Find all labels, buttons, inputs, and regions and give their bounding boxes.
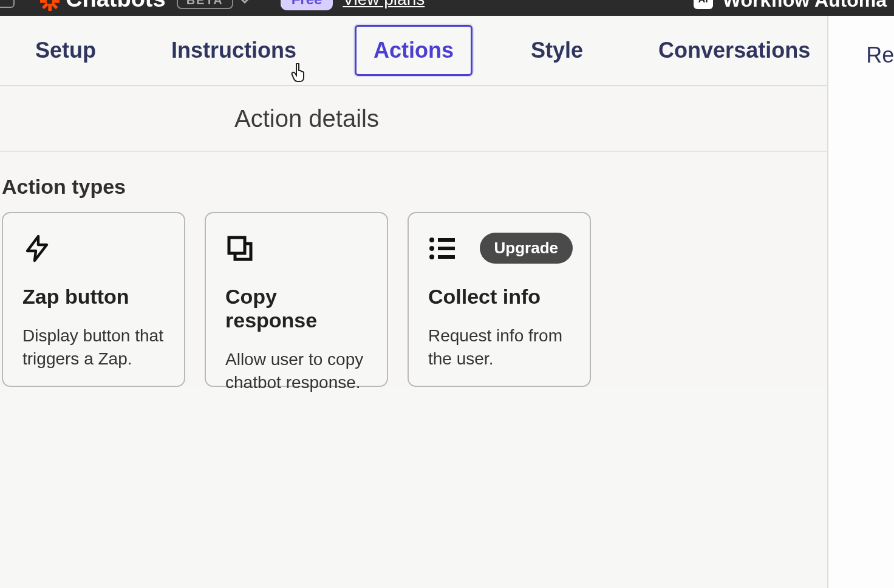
topbar: Chatbots BETA Free View plans AI Workflo… [0,0,894,16]
restart-label: Restart [866,43,894,68]
svg-rect-3 [438,238,455,242]
plan-pill: Free [281,0,333,10]
svg-point-4 [429,246,434,251]
view-plans-link[interactable]: View plans [343,0,425,9]
svg-rect-5 [438,247,455,250]
card-zap-button[interactable]: Zap button Display button that triggers … [2,212,185,387]
svg-point-2 [429,238,434,242]
left-panel: Setup Instructions Actions Style Convers… [0,16,828,588]
preview-panel: Restart Workflow Au How can I h Ask me a [828,16,894,588]
section-header: Action details [0,86,827,152]
svg-point-6 [429,255,434,259]
action-types-label: Action types [2,175,827,199]
action-types-area: Action types Zap button Display button t… [0,152,827,387]
cards-row: Zap button Display button that triggers … [0,212,827,387]
card-desc: Allow user to copy chatbot response. [225,348,367,394]
bolt-icon [22,234,52,263]
section-title: Action details [234,105,379,132]
chevron-down-icon[interactable] [239,0,250,4]
main-area: Setup Instructions Actions Style Convers… [0,16,894,588]
tab-instructions[interactable]: Instructions [154,27,313,74]
card-title: Zap button [22,285,165,309]
avatar[interactable]: AI [694,0,713,9]
tab-actions[interactable]: Actions [355,25,473,76]
workspace-title: Workflow Automa [723,0,887,12]
card-title: Copy response [225,285,367,332]
beta-badge: BETA [177,0,233,9]
restart-button[interactable]: Restart [828,16,894,68]
svg-rect-7 [438,255,455,259]
card-desc: Request info from the user. [428,324,570,371]
back-button[interactable] [0,0,15,8]
upgrade-badge[interactable]: Upgrade [480,233,573,264]
app-title: Chatbots [66,0,166,12]
tabs-row: Setup Instructions Actions Style Convers… [0,16,827,86]
tab-conversations[interactable]: Conversations [641,27,827,74]
tab-style[interactable]: Style [514,27,600,74]
card-collect-info[interactable]: Upgrade Collect info Request info from t… [408,212,591,387]
list-icon [428,234,457,263]
card-desc: Display button that triggers a Zap. [22,324,165,371]
copy-icon [225,234,254,263]
zapier-logo-icon [40,0,60,11]
card-copy-response[interactable]: Copy response Allow user to copy chatbot… [205,212,388,387]
svg-rect-1 [229,238,245,253]
tab-setup[interactable]: Setup [18,27,113,74]
card-title: Collect info [428,285,570,309]
